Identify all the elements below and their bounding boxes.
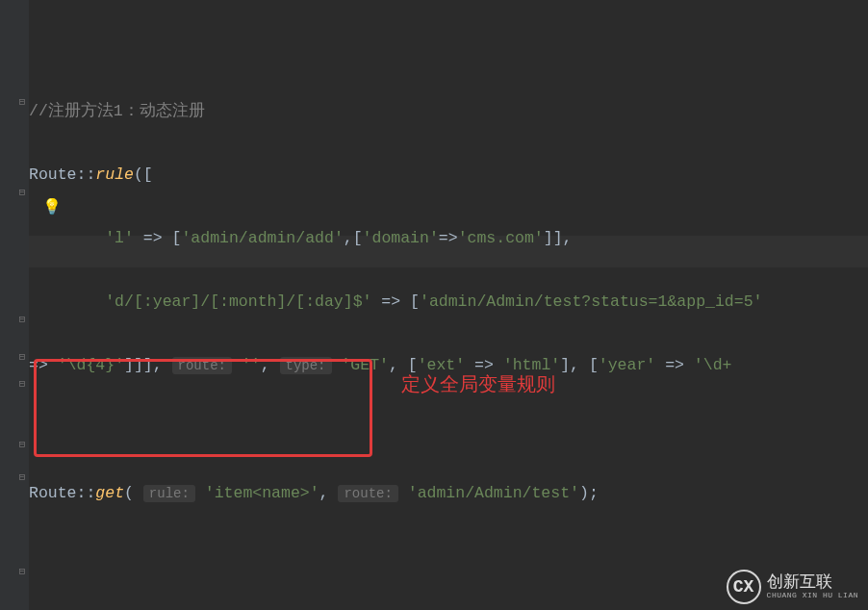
code-line: Route::get( rule: 'item<name>', route: '…: [29, 477, 762, 510]
code-line: 'd/[:year]/[:month]/[:day]$' => ['admin/…: [29, 286, 762, 318]
code-area[interactable]: //注册方法1：动态注册 Route::rule([ 'l' => ['admi…: [29, 0, 762, 610]
annotation-text: 定义全局变量规则: [401, 369, 555, 400]
highlight-box: [34, 359, 372, 457]
param-hint: route:: [338, 485, 397, 502]
lightbulb-icon[interactable]: 💡: [42, 192, 62, 224]
watermark: CX 创新互联 CHUANG XIN HU LIAN: [727, 570, 858, 604]
comment-text: //注册方法1：动态注册: [29, 102, 205, 120]
fold-icon[interactable]: ⊟: [17, 429, 27, 461]
code-line: Route::get( rule: '/', route: 'http://ba…: [29, 605, 762, 610]
fold-icon[interactable]: ⊟: [17, 556, 27, 588]
fold-icon[interactable]: ⊟: [17, 87, 27, 118]
fold-icon[interactable]: ⊟: [17, 177, 27, 209]
fold-icon[interactable]: ⊟: [17, 369, 27, 400]
fold-icon[interactable]: ⊟: [17, 304, 27, 336]
code-line: [29, 32, 762, 64]
fold-icon[interactable]: ⊟: [17, 462, 27, 494]
code-line: [29, 542, 762, 573]
watermark-cn: 创新互联: [767, 573, 858, 592]
code-line: //注册方法1：动态注册: [29, 95, 762, 127]
gutter: ⊟ ⊟ ⊟ ⊟ ⊟ ⊟ ⊟ ⊟: [0, 0, 29, 610]
param-hint: rule:: [143, 485, 195, 502]
watermark-logo-icon: CX: [727, 570, 761, 604]
watermark-en: CHUANG XIN HU LIAN: [767, 592, 858, 600]
code-line: Route::rule([: [29, 159, 762, 191]
code-line: 'l' => ['admin/admin/add',['domain'=>'cm…: [29, 222, 762, 254]
